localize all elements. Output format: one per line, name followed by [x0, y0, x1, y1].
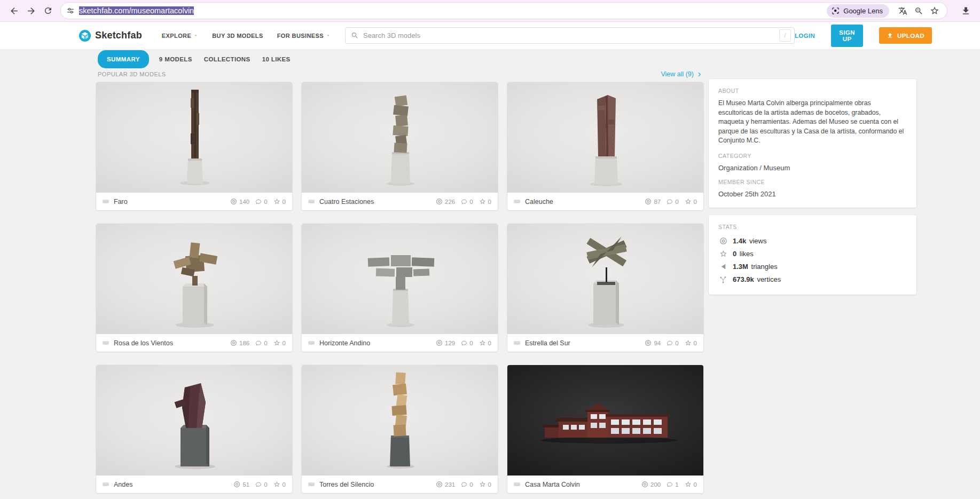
view-all-label: View all (9) — [661, 70, 694, 78]
model-title: Andes — [114, 481, 229, 488]
model-card-faro[interactable]: Faro 140 0 0 — [96, 82, 292, 210]
menu-item-label: EXPLORE — [162, 33, 191, 39]
download-icon[interactable] — [957, 2, 975, 19]
model-views: 231 — [436, 481, 455, 488]
menu-item-label: BUY 3D MODELS — [212, 33, 263, 39]
model-stats: 87 0 0 — [645, 198, 697, 205]
site-info-icon[interactable] — [66, 6, 75, 15]
stat-likes: 0 likes — [718, 248, 907, 260]
upload-icon — [887, 32, 893, 39]
model-card-footer: Rosa de los Vientos 186 0 0 — [96, 334, 292, 352]
model-card-horizonte[interactable]: Horizonte Andino 129 0 0 — [302, 224, 498, 352]
horizonte-thumbnail — [302, 224, 498, 334]
reload-icon[interactable] — [40, 2, 57, 19]
sketchfab-logo[interactable]: Sketchfab — [79, 29, 142, 42]
model-views: 140 — [230, 198, 249, 205]
model-views: 129 — [436, 339, 455, 346]
stat-text: 673.9k vertices — [733, 275, 781, 283]
likes-star-icon — [479, 339, 486, 346]
model-card-andes[interactable]: Andes 51 0 0 — [96, 365, 292, 493]
sidebar: ABOUT El Museo Marta Colvin alberga prin… — [709, 79, 916, 295]
views-eye-icon — [436, 198, 443, 205]
model-stats: 200 1 0 — [641, 481, 697, 488]
tab-10-likes[interactable]: 10 LIKES — [256, 50, 296, 68]
section-header: POPULAR 3D MODELS View all (9) — [98, 70, 702, 78]
model-views: 186 — [230, 339, 249, 346]
back-icon[interactable] — [5, 2, 22, 19]
lens-icon — [832, 7, 840, 15]
model-card-rosa[interactable]: Rosa de los Vientos 186 0 0 — [96, 224, 292, 352]
star-icon — [719, 250, 727, 258]
model-likes: 0 — [685, 481, 697, 488]
upload-button[interactable]: UPLOAD — [879, 27, 932, 44]
upload-label: UPLOAD — [897, 33, 924, 39]
stats-list: 1.4k views0 likes1.3M triangles673.9k ve… — [718, 235, 907, 286]
model-card-footer: Caleuche 87 0 0 — [507, 193, 703, 210]
model-card-footer: Faro 140 0 0 — [96, 193, 292, 210]
likes-star-icon — [685, 481, 692, 488]
login-button[interactable]: LOGIN — [795, 33, 815, 39]
member-since-value: October 25th 2021 — [718, 190, 907, 198]
model-card-footer: Cuatro Estaciones 226 0 0 — [302, 193, 498, 210]
comments-icon — [667, 199, 673, 205]
comments-icon — [255, 481, 262, 488]
url-text[interactable]: sketchfab.com/museomartacolvin — [79, 6, 827, 15]
model-comments: 0 — [255, 199, 267, 205]
estrella-thumbnail — [507, 224, 703, 334]
model-card-torres[interactable]: Torres del Silencio 231 0 0 — [302, 365, 498, 493]
model-likes: 0 — [273, 481, 286, 488]
cuatro-thumbnail — [302, 82, 498, 193]
tab-collections[interactable]: COLLECTIONS — [198, 50, 256, 68]
casa-thumbnail — [507, 365, 703, 476]
stats-heading: STATS — [718, 224, 907, 230]
google-lens-button[interactable]: Google Lens — [827, 4, 889, 18]
model-title: Estrella del Sur — [525, 339, 640, 347]
signup-button[interactable]: SIGN UP — [831, 25, 863, 47]
stat-vertices: 673.9k vertices — [718, 273, 907, 286]
comments-icon — [667, 481, 673, 488]
model-title: Faro — [114, 198, 226, 205]
eye-icon — [719, 237, 727, 245]
bookmark-star-icon[interactable] — [927, 3, 943, 18]
search-input[interactable] — [363, 31, 779, 39]
model-title: Casa Marta Colvin — [525, 481, 637, 488]
likes-star-icon — [479, 198, 486, 205]
views-eye-icon — [230, 198, 237, 205]
faro-thumbnail — [96, 82, 292, 193]
brand-name: Sketchfab — [95, 30, 142, 41]
menu-item-label: FOR BUSINESS — [277, 33, 324, 39]
category-value: Organization / Museum — [718, 164, 907, 172]
model-card-estrella[interactable]: Estrella del Sur 94 0 0 — [507, 224, 703, 352]
menu-item-for-business[interactable]: FOR BUSINESS — [270, 27, 338, 44]
comments-icon — [255, 340, 262, 346]
stat-text: 1.4k views — [733, 237, 766, 245]
likes-star-icon — [273, 339, 280, 346]
model-card-cuatro[interactable]: Cuatro Estaciones 226 0 0 — [302, 82, 498, 210]
model-badge-icon — [103, 340, 109, 345]
model-badge-icon — [514, 199, 521, 204]
menu-item-buy-3d-models[interactable]: BUY 3D MODELS — [205, 27, 270, 44]
url-bar[interactable]: sketchfab.com/museomartacolvin Google Le… — [61, 3, 947, 19]
about-heading: ABOUT — [718, 88, 907, 94]
view-all-link[interactable]: View all (9) — [661, 70, 702, 78]
model-stats: 231 0 0 — [436, 481, 491, 488]
category-heading: CATEGORY — [718, 153, 907, 159]
model-card-casa[interactable]: Casa Marta Colvin 200 1 0 — [507, 365, 703, 493]
main-menu: EXPLOREBUY 3D MODELSFOR BUSINESS — [155, 27, 338, 44]
model-badge-icon — [308, 482, 315, 487]
model-likes: 0 — [479, 339, 491, 346]
search-box: / — [345, 27, 795, 44]
forward-icon[interactable] — [22, 2, 40, 19]
model-title: Torres del Silencio — [319, 481, 432, 488]
model-likes: 0 — [273, 198, 286, 205]
tab-9-models[interactable]: 9 MODELS — [153, 50, 198, 68]
triangle-icon — [720, 263, 727, 270]
tab-summary[interactable]: SUMMARY — [98, 50, 149, 68]
model-views: 226 — [436, 198, 455, 205]
zoom-out-icon[interactable] — [911, 3, 927, 18]
translate-icon[interactable] — [895, 3, 911, 18]
menu-item-explore[interactable]: EXPLORE — [155, 27, 205, 44]
comments-icon — [255, 199, 262, 205]
chevron-down-icon — [326, 33, 331, 38]
model-card-caleuche[interactable]: Caleuche 87 0 0 — [507, 82, 703, 210]
